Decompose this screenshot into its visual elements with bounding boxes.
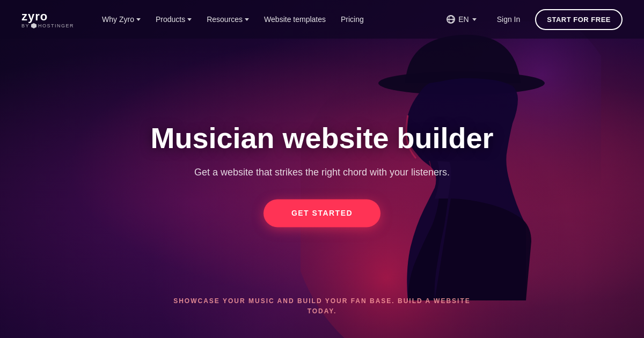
chevron-down-icon bbox=[245, 18, 249, 21]
logo-name: zyro bbox=[21, 10, 74, 23]
language-selector[interactable]: EN bbox=[441, 12, 481, 27]
nav-item-products[interactable]: Products bbox=[149, 11, 198, 28]
hero-title: Musician website builder bbox=[134, 121, 510, 155]
logo-subtitle: BY HOSTINGER bbox=[21, 23, 74, 28]
nav-right: EN Sign In START FOR FREE bbox=[441, 9, 623, 30]
chevron-down-icon bbox=[136, 18, 141, 21]
hostinger-icon bbox=[31, 23, 36, 28]
nav-item-pricing[interactable]: Pricing bbox=[334, 11, 370, 28]
logo[interactable]: zyro BY HOSTINGER bbox=[21, 10, 74, 28]
language-label: EN bbox=[458, 15, 469, 24]
sign-in-link[interactable]: Sign In bbox=[491, 12, 527, 27]
nav-item-website-templates[interactable]: Website templates bbox=[258, 11, 332, 28]
nav-item-resources[interactable]: Resources bbox=[200, 11, 255, 28]
hero-tagline: SHOWCASE YOUR MUSIC AND BUILD YOUR FAN B… bbox=[161, 296, 483, 317]
navbar: zyro BY HOSTINGER Why Zyro Products Reso… bbox=[0, 0, 644, 39]
nav-links: Why Zyro Products Resources Website temp… bbox=[96, 11, 441, 28]
chevron-down-icon bbox=[187, 18, 192, 21]
start-for-free-button[interactable]: START FOR FREE bbox=[535, 9, 623, 30]
hero-content: Musician website builder Get a website t… bbox=[134, 121, 510, 227]
hero-section: zyro BY HOSTINGER Why Zyro Products Reso… bbox=[0, 0, 644, 338]
nav-item-why-zyro[interactable]: Why Zyro bbox=[96, 11, 147, 28]
hero-subtitle: Get a website that strikes the right cho… bbox=[134, 166, 510, 180]
chevron-down-icon bbox=[472, 18, 477, 21]
get-started-button[interactable]: GET STARTED bbox=[264, 200, 380, 227]
tagline-text: SHOWCASE YOUR MUSIC AND BUILD YOUR FAN B… bbox=[161, 296, 483, 317]
globe-icon bbox=[447, 15, 455, 24]
